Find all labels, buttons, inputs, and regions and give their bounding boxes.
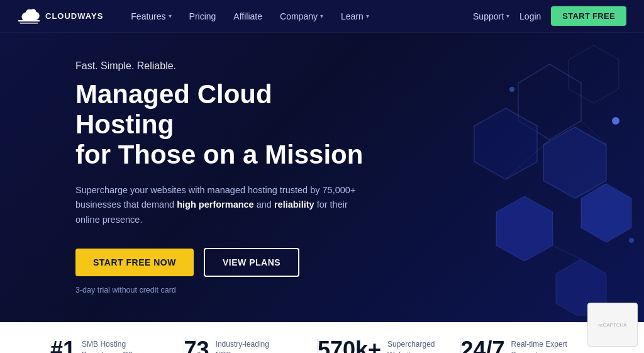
svg-point-9 bbox=[629, 238, 634, 243]
stat-label-3: Supercharged Websites bbox=[387, 339, 435, 353]
nav-pricing[interactable]: Pricing bbox=[182, 8, 224, 25]
start-free-now-button[interactable]: START FREE NOW bbox=[75, 249, 194, 276]
stat-item-3: 570k+ Supercharged Websites bbox=[318, 339, 461, 353]
nav-links: Features ▾ Pricing Affiliate Company ▾ L… bbox=[123, 8, 473, 25]
hero-section: Fast. Simple. Reliable. Managed Cloud Ho… bbox=[0, 33, 644, 322]
svg-point-8 bbox=[509, 87, 514, 92]
stat-label-2: Industry-leading NPS bbox=[216, 339, 272, 353]
nav-company[interactable]: Company ▾ bbox=[272, 8, 331, 25]
view-plans-button[interactable]: VIEW PLANS bbox=[204, 248, 299, 277]
trial-note: 3-day trial without credit card bbox=[75, 286, 365, 294]
svg-marker-4 bbox=[581, 184, 631, 242]
navbar: CLOUDWAYS Features ▾ Pricing Affiliate C… bbox=[0, 0, 644, 33]
svg-line-13 bbox=[553, 245, 581, 259]
svg-marker-1 bbox=[569, 45, 619, 103]
stat-item-4: 24/7 Real-time Expert Support bbox=[461, 339, 594, 353]
chevron-down-icon: ▾ bbox=[320, 13, 323, 20]
nav-features[interactable]: Features ▾ bbox=[123, 8, 179, 25]
stats-bar: #1 SMB Hosting Provider on G2 73 Industr… bbox=[0, 322, 644, 353]
stat-number-3: 570k+ bbox=[318, 339, 381, 353]
hero-buttons: START FREE NOW VIEW PLANS bbox=[75, 248, 365, 277]
nav-right: Support ▾ Login START FREE bbox=[473, 6, 626, 26]
logo-text: CLOUDWAYS bbox=[45, 11, 103, 21]
stat-number-2: 73 bbox=[184, 339, 209, 353]
logo-icon bbox=[18, 8, 40, 25]
hero-content: Fast. Simple. Reliable. Managed Cloud Ho… bbox=[0, 60, 365, 295]
stat-label-4: Real-time Expert Support bbox=[511, 339, 568, 353]
hero-description: Supercharge your websites with managed h… bbox=[75, 183, 365, 228]
stat-label-1: SMB Hosting Provider on G2 bbox=[82, 339, 138, 353]
hero-title: Managed Cloud Hosting for Those on a Mis… bbox=[75, 79, 365, 171]
captcha-widget[interactable]: reCAPTCHA bbox=[587, 303, 638, 347]
start-free-nav-button[interactable]: START FREE bbox=[551, 6, 626, 26]
svg-point-7 bbox=[612, 117, 619, 125]
logo[interactable]: CLOUDWAYS bbox=[18, 8, 103, 25]
stat-item-2: 73 Industry-leading NPS bbox=[184, 339, 318, 353]
stat-number-1: #1 bbox=[50, 339, 75, 353]
chevron-down-icon: ▾ bbox=[506, 13, 509, 20]
login-button[interactable]: Login bbox=[519, 11, 541, 21]
chevron-down-icon: ▾ bbox=[366, 13, 369, 20]
stat-item-1: #1 SMB Hosting Provider on G2 bbox=[50, 339, 184, 353]
nav-learn[interactable]: Learn ▾ bbox=[333, 8, 377, 25]
hex-decoration bbox=[330, 33, 644, 316]
support-button[interactable]: Support ▾ bbox=[473, 11, 509, 21]
stat-number-4: 24/7 bbox=[461, 339, 505, 353]
hero-tagline: Fast. Simple. Reliable. bbox=[75, 60, 365, 72]
svg-marker-5 bbox=[496, 196, 553, 261]
chevron-down-icon: ▾ bbox=[169, 13, 172, 20]
nav-affiliate[interactable]: Affiliate bbox=[226, 8, 270, 25]
svg-marker-2 bbox=[474, 108, 537, 179]
